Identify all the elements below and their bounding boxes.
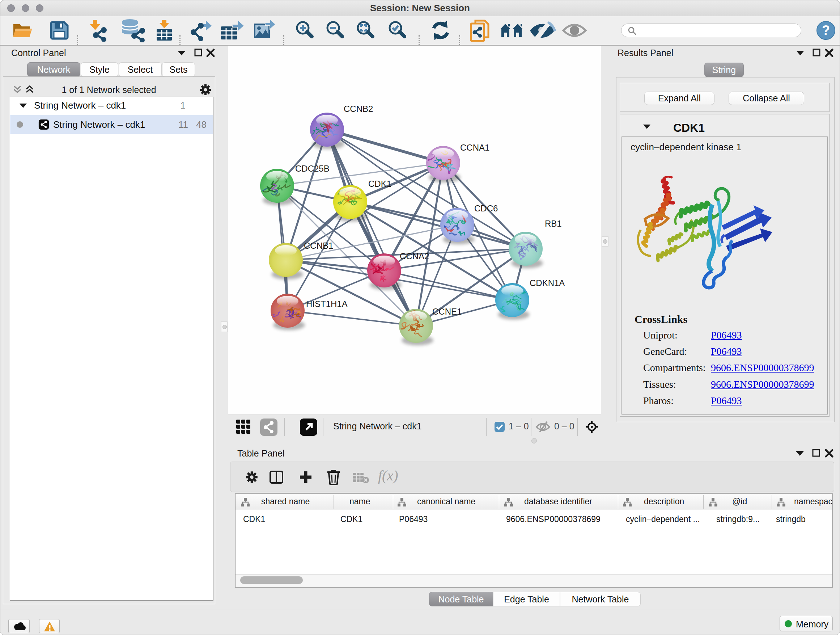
svg-text:CCNE1: CCNE1 [432, 307, 462, 317]
svg-text:RB1: RB1 [545, 219, 562, 228]
svg-text:HIST1H1A: HIST1H1A [306, 299, 347, 309]
svg-text:CCNA1: CCNA1 [460, 143, 489, 152]
svg-text:CDKN1A: CDKN1A [530, 278, 565, 288]
svg-text:CCNA2: CCNA2 [400, 251, 429, 261]
svg-text:CDK1: CDK1 [368, 179, 392, 188]
svg-text:CDC25B: CDC25B [295, 164, 330, 173]
svg-text:CDC6: CDC6 [474, 203, 498, 213]
svg-text:CCNB1: CCNB1 [304, 241, 333, 250]
svg-text:CCNB2: CCNB2 [344, 104, 373, 114]
svg-text:?: ? [822, 23, 830, 38]
